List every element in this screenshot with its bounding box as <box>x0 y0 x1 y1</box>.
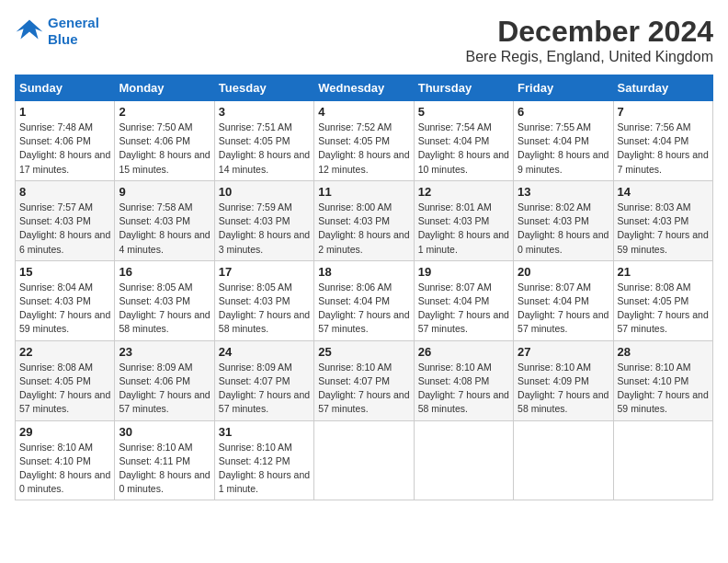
calendar-day-cell: 2Sunrise: 7:50 AMSunset: 4:06 PMDaylight… <box>115 101 214 181</box>
day-of-week-header: Monday <box>115 75 214 101</box>
day-number: 8 <box>19 185 110 199</box>
day-info: Sunrise: 8:10 AMSunset: 4:12 PMDaylight:… <box>219 441 310 497</box>
calendar-week-row: 15Sunrise: 8:04 AMSunset: 4:03 PMDayligh… <box>16 260 713 340</box>
day-info: Sunrise: 8:09 AMSunset: 4:07 PMDaylight:… <box>219 361 310 417</box>
day-info: Sunrise: 8:05 AMSunset: 4:03 PMDaylight:… <box>119 281 210 337</box>
day-number: 16 <box>119 265 210 279</box>
day-number: 7 <box>618 105 709 119</box>
day-info: Sunrise: 7:54 AMSunset: 4:04 PMDaylight:… <box>418 121 509 177</box>
day-number: 21 <box>618 265 709 279</box>
calendar-body: 1Sunrise: 7:48 AMSunset: 4:06 PMDaylight… <box>16 101 713 500</box>
calendar-day-cell: 16Sunrise: 8:05 AMSunset: 4:03 PMDayligh… <box>115 260 214 340</box>
day-info: Sunrise: 8:09 AMSunset: 4:06 PMDaylight:… <box>119 361 210 417</box>
calendar-day-cell: 29Sunrise: 8:10 AMSunset: 4:10 PMDayligh… <box>16 420 115 500</box>
calendar-day-cell: 9Sunrise: 7:58 AMSunset: 4:03 PMDaylight… <box>115 180 214 260</box>
calendar-week-row: 1Sunrise: 7:48 AMSunset: 4:06 PMDaylight… <box>16 101 713 181</box>
day-info: Sunrise: 7:58 AMSunset: 4:03 PMDaylight:… <box>119 201 210 257</box>
calendar-day-cell: 8Sunrise: 7:57 AMSunset: 4:03 PMDaylight… <box>16 180 115 260</box>
title-area: December 2024 Bere Regis, England, Unite… <box>466 15 714 65</box>
day-info: Sunrise: 8:06 AMSunset: 4:04 PMDaylight:… <box>318 281 409 337</box>
calendar-day-cell: 17Sunrise: 8:05 AMSunset: 4:03 PMDayligh… <box>214 260 313 340</box>
day-number: 31 <box>219 425 310 439</box>
day-number: 10 <box>219 185 310 199</box>
day-number: 5 <box>418 105 509 119</box>
day-number: 20 <box>518 265 609 279</box>
day-of-week-header: Saturday <box>613 75 712 101</box>
calendar-day-cell: 20Sunrise: 8:07 AMSunset: 4:04 PMDayligh… <box>514 260 613 340</box>
day-of-week-header: Tuesday <box>214 75 313 101</box>
calendar-day-cell: 25Sunrise: 8:10 AMSunset: 4:07 PMDayligh… <box>314 340 414 420</box>
day-number: 25 <box>318 345 409 359</box>
day-number: 15 <box>19 265 110 279</box>
calendar-header-row: SundayMondayTuesdayWednesdayThursdayFrid… <box>16 75 713 101</box>
calendar-day-cell: 7Sunrise: 7:56 AMSunset: 4:04 PMDaylight… <box>613 101 712 181</box>
day-info: Sunrise: 8:10 AMSunset: 4:09 PMDaylight:… <box>518 361 609 417</box>
calendar-week-row: 8Sunrise: 7:57 AMSunset: 4:03 PMDaylight… <box>16 180 713 260</box>
day-number: 11 <box>318 185 409 199</box>
day-info: Sunrise: 7:51 AMSunset: 4:05 PMDaylight:… <box>219 121 310 177</box>
day-number: 6 <box>518 105 609 119</box>
calendar-day-cell: 26Sunrise: 8:10 AMSunset: 4:08 PMDayligh… <box>414 340 513 420</box>
svg-marker-0 <box>17 20 43 40</box>
calendar-day-cell: 21Sunrise: 8:08 AMSunset: 4:05 PMDayligh… <box>613 260 712 340</box>
day-number: 13 <box>518 185 609 199</box>
day-number: 3 <box>219 105 310 119</box>
location: Bere Regis, England, United Kingdom <box>466 49 714 65</box>
day-of-week-header: Sunday <box>16 75 115 101</box>
day-number: 29 <box>19 425 110 439</box>
day-info: Sunrise: 7:55 AMSunset: 4:04 PMDaylight:… <box>518 121 609 177</box>
day-of-week-header: Thursday <box>414 75 513 101</box>
day-number: 19 <box>418 265 509 279</box>
day-info: Sunrise: 8:04 AMSunset: 4:03 PMDaylight:… <box>19 281 110 337</box>
day-info: Sunrise: 7:56 AMSunset: 4:04 PMDaylight:… <box>618 121 709 177</box>
day-number: 18 <box>318 265 409 279</box>
day-number: 24 <box>219 345 310 359</box>
calendar-day-cell: 27Sunrise: 8:10 AMSunset: 4:09 PMDayligh… <box>514 340 613 420</box>
day-info: Sunrise: 8:07 AMSunset: 4:04 PMDaylight:… <box>518 281 609 337</box>
day-number: 22 <box>19 345 110 359</box>
calendar-day-cell: 23Sunrise: 8:09 AMSunset: 4:06 PMDayligh… <box>115 340 214 420</box>
calendar: SundayMondayTuesdayWednesdayThursdayFrid… <box>15 75 713 500</box>
header: General Blue December 2024 Bere Regis, E… <box>15 15 713 65</box>
day-number: 4 <box>318 105 409 119</box>
day-info: Sunrise: 8:10 AMSunset: 4:07 PMDaylight:… <box>318 361 409 417</box>
calendar-day-cell: 13Sunrise: 8:02 AMSunset: 4:03 PMDayligh… <box>514 180 613 260</box>
calendar-day-cell: 5Sunrise: 7:54 AMSunset: 4:04 PMDaylight… <box>414 101 513 181</box>
day-info: Sunrise: 8:08 AMSunset: 4:05 PMDaylight:… <box>19 361 110 417</box>
logo-line1: General <box>48 15 99 30</box>
day-info: Sunrise: 7:50 AMSunset: 4:06 PMDaylight:… <box>119 121 210 177</box>
calendar-day-cell: 24Sunrise: 8:09 AMSunset: 4:07 PMDayligh… <box>214 340 313 420</box>
calendar-day-cell: 12Sunrise: 8:01 AMSunset: 4:03 PMDayligh… <box>414 180 513 260</box>
calendar-day-cell: 18Sunrise: 8:06 AMSunset: 4:04 PMDayligh… <box>314 260 414 340</box>
calendar-day-cell: 30Sunrise: 8:10 AMSunset: 4:11 PMDayligh… <box>115 420 214 500</box>
day-info: Sunrise: 8:05 AMSunset: 4:03 PMDaylight:… <box>219 281 310 337</box>
day-number: 9 <box>119 185 210 199</box>
calendar-day-cell: 22Sunrise: 8:08 AMSunset: 4:05 PMDayligh… <box>16 340 115 420</box>
calendar-day-cell <box>314 420 414 500</box>
calendar-day-cell: 4Sunrise: 7:52 AMSunset: 4:05 PMDaylight… <box>314 101 414 181</box>
day-number: 1 <box>19 105 110 119</box>
month-title: December 2024 <box>466 15 714 49</box>
day-info: Sunrise: 8:08 AMSunset: 4:05 PMDaylight:… <box>618 281 709 337</box>
calendar-week-row: 22Sunrise: 8:08 AMSunset: 4:05 PMDayligh… <box>16 340 713 420</box>
day-info: Sunrise: 7:57 AMSunset: 4:03 PMDaylight:… <box>19 201 110 257</box>
calendar-day-cell: 10Sunrise: 7:59 AMSunset: 4:03 PMDayligh… <box>214 180 313 260</box>
calendar-day-cell: 3Sunrise: 7:51 AMSunset: 4:05 PMDaylight… <box>214 101 313 181</box>
calendar-day-cell: 31Sunrise: 8:10 AMSunset: 4:12 PMDayligh… <box>214 420 313 500</box>
day-number: 14 <box>618 185 709 199</box>
calendar-day-cell: 11Sunrise: 8:00 AMSunset: 4:03 PMDayligh… <box>314 180 414 260</box>
day-of-week-header: Friday <box>514 75 613 101</box>
calendar-week-row: 29Sunrise: 8:10 AMSunset: 4:10 PMDayligh… <box>16 420 713 500</box>
day-info: Sunrise: 8:01 AMSunset: 4:03 PMDaylight:… <box>418 201 509 257</box>
calendar-day-cell <box>514 420 613 500</box>
day-info: Sunrise: 7:52 AMSunset: 4:05 PMDaylight:… <box>318 121 409 177</box>
day-info: Sunrise: 8:10 AMSunset: 4:10 PMDaylight:… <box>618 361 709 417</box>
day-number: 12 <box>418 185 509 199</box>
day-info: Sunrise: 8:02 AMSunset: 4:03 PMDaylight:… <box>518 201 609 257</box>
day-info: Sunrise: 8:07 AMSunset: 4:04 PMDaylight:… <box>418 281 509 337</box>
day-number: 17 <box>219 265 310 279</box>
calendar-day-cell: 1Sunrise: 7:48 AMSunset: 4:06 PMDaylight… <box>16 101 115 181</box>
calendar-day-cell <box>414 420 513 500</box>
day-info: Sunrise: 7:59 AMSunset: 4:03 PMDaylight:… <box>219 201 310 257</box>
logo-text: General Blue <box>48 15 99 48</box>
